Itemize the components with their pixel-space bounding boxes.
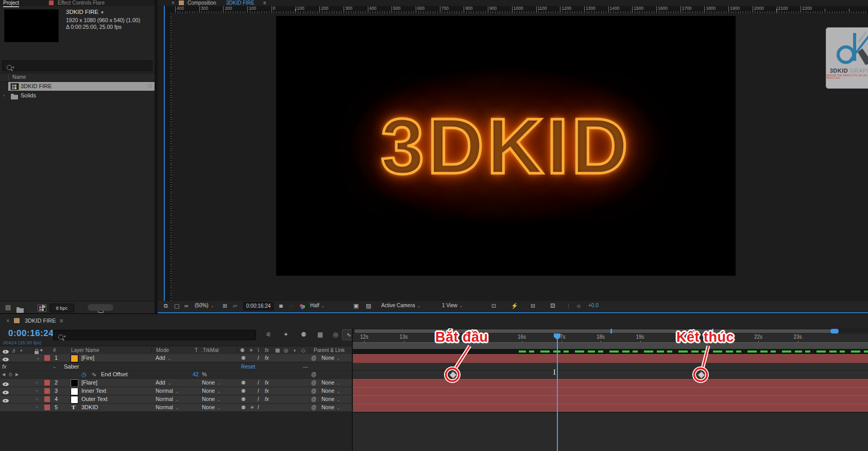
trkmat-dropdown[interactable]: None⌄ xyxy=(202,379,220,386)
mode-dropdown[interactable]: Normal⌄ xyxy=(156,404,179,410)
mask-visibility-icon[interactable]: ▱ xyxy=(233,303,237,309)
visibility-eye-icon[interactable] xyxy=(3,399,9,403)
view-layout-dropdown[interactable]: 1 View⌄ xyxy=(442,303,463,308)
layer-row-flare[interactable]: › 2 [Flare] Add⌄ None⌄ ⚉ / fx @ None⌄ xyxy=(0,379,352,387)
grid-guides-icon[interactable]: ⊞ xyxy=(223,303,227,309)
solo-column-icon[interactable]: ● xyxy=(20,346,22,355)
frame-blend-switch-icon[interactable]: ▩ xyxy=(275,346,280,355)
t-column[interactable]: T xyxy=(195,346,198,355)
lock-view-icon[interactable]: ⊡ xyxy=(491,303,496,309)
3d-switch-icon[interactable]: ◇ xyxy=(301,346,305,355)
draft-3d-icon[interactable]: ✦ xyxy=(283,331,288,338)
tab-effect-controls[interactable]: Effect Controls Flare xyxy=(58,0,105,6)
effect-row-saber[interactable]: fx ⌄ Saber Reset — xyxy=(0,363,352,371)
project-search-input[interactable]: ▾ xyxy=(2,60,152,71)
show-channel-icon[interactable] xyxy=(300,304,307,309)
close-icon[interactable]: × xyxy=(6,318,9,324)
parent-pickwhip-icon[interactable]: @ xyxy=(311,354,316,362)
parent-dropdown[interactable]: None⌄ xyxy=(321,388,340,394)
region-of-interest-icon[interactable]: ▣ xyxy=(353,303,359,309)
property-track-end-offset[interactable] xyxy=(353,371,868,379)
quality-switch[interactable]: / xyxy=(258,404,259,411)
index-column[interactable]: # xyxy=(53,346,56,355)
graph-icon[interactable]: ∿ xyxy=(92,371,96,378)
parent-dropdown[interactable]: None⌄ xyxy=(321,379,340,386)
composition-mini-flowchart-icon[interactable]: ⚟ xyxy=(266,331,271,338)
layer-color-swatch[interactable] xyxy=(71,379,78,387)
parent-link-column[interactable]: Parent & Link xyxy=(314,346,345,355)
collapse-switch[interactable]: ☀ xyxy=(250,404,254,411)
effect-name[interactable]: Saber xyxy=(64,363,79,371)
expand-chevron-icon[interactable]: › xyxy=(3,91,5,100)
navigator-thumb[interactable] xyxy=(354,329,831,333)
camera-view-dropdown[interactable]: Active Camera⌄ xyxy=(381,303,420,308)
label-color-chip[interactable] xyxy=(44,380,50,386)
quality-switch[interactable]: / xyxy=(258,395,259,403)
adjust-icon[interactable]: ⚑ xyxy=(41,304,46,311)
collapse-switch-icon[interactable]: ☀ xyxy=(249,346,253,355)
time-ruler[interactable]: 12s13s14s15s16s17s18s19s20s21s22s23s xyxy=(353,333,868,342)
visibility-eye-icon[interactable] xyxy=(3,391,9,394)
audio-column-icon[interactable]: ♬ xyxy=(11,346,17,355)
layer-row-inner-text[interactable]: › 3 Inner Text Normal⌄ None⌄ ⚉ / fx @ No… xyxy=(0,387,352,395)
fx-switch[interactable]: fx xyxy=(265,387,269,395)
composition-canvas[interactable]: 3DKID xyxy=(276,16,736,276)
mode-dropdown[interactable]: Normal⌄ xyxy=(156,396,179,402)
parent-pickwhip-icon[interactable]: @ xyxy=(311,379,316,387)
effect-reset-link[interactable]: Reset xyxy=(241,363,255,371)
parent-dropdown[interactable]: None⌄ xyxy=(321,396,340,402)
quality-switch[interactable]: / xyxy=(258,354,259,362)
layer-name-column[interactable]: Layer Name xyxy=(71,346,99,355)
visibility-eye-icon[interactable] xyxy=(3,358,9,361)
quality-switch[interactable]: / xyxy=(258,379,259,387)
stopwatch-icon[interactable]: ◷ xyxy=(81,371,87,378)
panel-menu-icon[interactable]: ≡ xyxy=(60,318,63,324)
prev-keyframe-icon[interactable]: ◀ xyxy=(2,371,5,378)
timeline-search-input[interactable]: ▾ xyxy=(53,330,256,340)
property-row-end-offset[interactable]: ◀ ◇ ▶ ◷ ∿ End Offset 42 % @ xyxy=(0,371,352,379)
timeline-tab-label[interactable]: 3DKID FIRE xyxy=(25,318,56,324)
mode-dropdown[interactable]: Add⌄ xyxy=(156,379,171,386)
next-keyframe-icon[interactable]: ▶ xyxy=(15,371,19,378)
shy-switch[interactable]: ⚉ xyxy=(241,379,246,387)
pixel-aspect-icon[interactable]: ⊟ xyxy=(531,303,535,309)
add-keyframe-icon[interactable]: ◇ xyxy=(9,371,12,378)
footage-icon[interactable]: ▤ xyxy=(5,304,11,311)
frame-blending-icon[interactable]: ▩ xyxy=(317,331,323,338)
vertical-ruler[interactable] xyxy=(164,13,173,301)
trkmat-dropdown[interactable]: None⌄ xyxy=(202,388,220,394)
parent-pickwhip-icon[interactable]: @ xyxy=(311,404,316,411)
shutter-exposure-icon[interactable]: ☼ xyxy=(576,303,581,309)
shy-switch[interactable]: ⚉ xyxy=(241,387,246,395)
project-item-composition[interactable]: 3DKID FIRE xyxy=(8,82,155,91)
project-name-column-header[interactable]: Name xyxy=(0,73,155,82)
color-depth-button[interactable]: 8 bpc xyxy=(49,304,74,312)
mode-column[interactable]: Mode xyxy=(156,346,169,355)
layer-name[interactable]: [Flare] xyxy=(81,379,97,387)
tab-project[interactable]: Project xyxy=(3,0,19,7)
quality-switch[interactable]: / xyxy=(258,387,259,395)
quality-switch-icon[interactable]: \ xyxy=(258,346,259,355)
resolution-dropdown[interactable]: Half⌄ xyxy=(310,303,325,308)
snapshot-camera-icon[interactable]: ◙ xyxy=(279,303,283,309)
viewer-tab-prefix[interactable]: Composition xyxy=(188,0,216,6)
mode-dropdown[interactable]: Add⌄ xyxy=(156,355,171,361)
property-value[interactable]: 42 xyxy=(193,371,199,378)
layer-name[interactable]: Outer Text xyxy=(81,395,108,403)
magnification-icon[interactable]: ∞ xyxy=(184,303,189,309)
timeline-navigator[interactable] xyxy=(353,328,868,333)
layer-name[interactable]: 3DKID xyxy=(81,404,98,411)
viewer-timecode[interactable]: 0:00:16:24 xyxy=(243,302,274,310)
navigator-end-handle[interactable] xyxy=(830,329,839,333)
keyframe-diamond-start[interactable] xyxy=(449,371,457,379)
label-color-chip[interactable] xyxy=(44,396,50,402)
trkmat-dropdown[interactable]: None⌄ xyxy=(202,404,220,410)
label-color-chip[interactable] xyxy=(44,355,50,361)
label-column-icon[interactable]: ✦ xyxy=(39,346,43,355)
exposure-adjust-icon[interactable]: ⚡ xyxy=(511,303,518,309)
current-timecode[interactable]: 0:00:16:24 xyxy=(8,328,54,339)
viewer-tab-comp-name[interactable]: 3DKID FIRE xyxy=(226,0,254,6)
parent-pickwhip-icon[interactable]: @ xyxy=(311,387,316,395)
motion-blur-icon[interactable]: ◎ xyxy=(333,331,338,338)
layer-color-swatch[interactable] xyxy=(71,388,78,395)
